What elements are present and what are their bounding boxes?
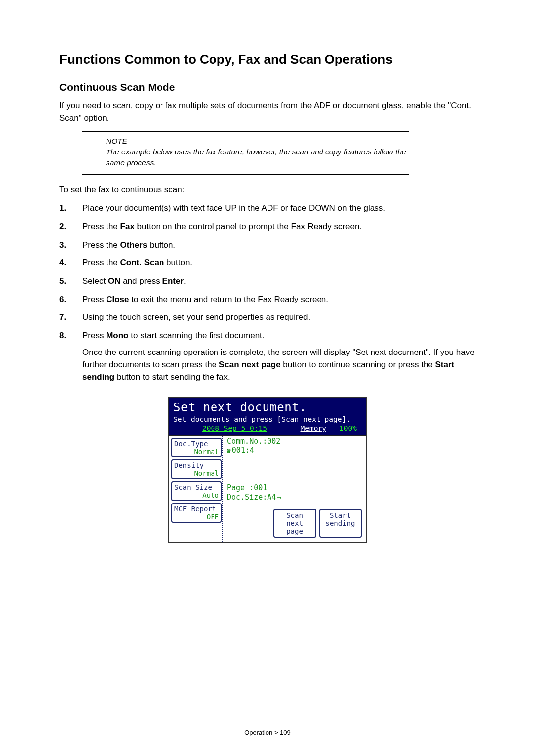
step-followup: Once the current scanning operation is c… (82, 347, 476, 383)
lcd-title: Set next document. (173, 400, 362, 415)
step-text: Press (82, 331, 106, 340)
step-bold: Cont. Scan (120, 258, 164, 267)
step-text: Using the touch screen, set your send pr… (82, 312, 310, 322)
lcd-side-buttons: Doc.Type Normal Density Normal Scan Size… (169, 436, 223, 542)
step-text: to start scanning the first document. (129, 331, 265, 340)
step-text: Place your document(s) with text face UP… (82, 203, 385, 213)
step-3: Press the Others button. (59, 239, 476, 252)
lcd-memory-label: Memory (300, 424, 326, 432)
note-block: NOTE The example below uses the fax feat… (82, 131, 409, 174)
step-bold: Fax (120, 222, 135, 231)
lcd-btn-value: OFF (174, 513, 219, 521)
step-text: Press (82, 295, 106, 304)
lcd-action-scan-next-page[interactable]: Scan next page (273, 509, 316, 538)
step-5: Select ON and press Enter. (59, 275, 476, 288)
step-bold: Mono (106, 331, 128, 340)
lcd-btn-scansize[interactable]: Scan Size Auto (171, 481, 222, 501)
step-text: Press the (82, 240, 120, 250)
lcd-datetime: 2008 Sep 5 0:15 (202, 424, 267, 433)
step-6: Press Close to exit the menu and return … (59, 294, 476, 306)
lcd-subtitle: Set documents and press [Scan next page]… (173, 415, 362, 424)
lcd-btn-mcfreport[interactable]: MCF Report OFF (171, 503, 222, 523)
subsection-title: Continuous Scan Mode (59, 81, 476, 93)
intro-paragraph: If you need to scan, copy or fax multipl… (59, 100, 476, 124)
lcd-docsize: Doc.Size:A4 (227, 493, 362, 502)
step-8: Press Mono to start scanning the first d… (59, 330, 476, 384)
lcd-btn-label: Scan Size (174, 483, 219, 491)
phone-icon (227, 446, 232, 454)
lcd-btn-label: MCF Report (174, 505, 219, 513)
step-bold: Others (120, 240, 148, 250)
step-text: Press the (82, 222, 120, 231)
lcd-btn-value: Normal (174, 469, 219, 477)
step-text: to exit the menu and return to the Fax R… (129, 295, 328, 304)
step-text: . (184, 276, 186, 286)
step-bold: Close (106, 295, 129, 304)
lead-in-text: To set the fax to continuous scan: (59, 184, 476, 196)
lcd-btn-label: Doc.Type (174, 440, 219, 448)
lcd-btn-label: Density (174, 461, 219, 469)
lcd-action-line1: Scan (278, 511, 311, 519)
step-text: Press the (82, 258, 120, 267)
lcd-btn-value: Normal (174, 448, 219, 455)
lcd-btn-doctype[interactable]: Doc.Type Normal (171, 438, 222, 457)
step-text: button to start sending the fax. (114, 372, 230, 382)
lcd-action-line2: sending (324, 519, 357, 527)
step-2: Press the Fax button on the control pane… (59, 221, 476, 233)
lcd-screenshot: Set next document. Set documents and pre… (168, 397, 367, 543)
note-text: The example below uses the fax feature, … (106, 147, 409, 168)
steps-list: Place your document(s) with text face UP… (59, 202, 476, 383)
lcd-action-line1: Start (324, 511, 357, 519)
note-label: NOTE (106, 137, 409, 146)
step-text: button on the control panel to prompt th… (135, 222, 362, 231)
step-bold: Enter (162, 276, 184, 286)
lcd-page: Page :001 (227, 483, 362, 493)
step-text: button. (147, 240, 175, 250)
lcd-action-start-sending[interactable]: Start sending (319, 509, 362, 538)
lcd-dialed: 001:4 (227, 446, 362, 455)
lcd-comm-no: Comm.No.:002 (227, 437, 362, 446)
lcd-btn-density[interactable]: Density Normal (171, 459, 222, 479)
step-1: Place your document(s) with text face UP… (59, 202, 476, 215)
step-bold: ON (108, 276, 121, 286)
lcd-action-line2: next page (278, 519, 311, 535)
lcd-btn-value: Auto (174, 491, 219, 499)
step-7: Using the touch screen, set your send pr… (59, 311, 476, 324)
step-text: button to continue scanning or press the (281, 360, 435, 369)
page-footer: Operation > 109 (0, 729, 535, 736)
step-text: and press (120, 276, 162, 286)
step-bold: Scan next page (219, 360, 281, 369)
page-icon (276, 493, 281, 502)
step-4: Press the Cont. Scan button. (59, 257, 476, 269)
lcd-memory-value: 100% (331, 424, 357, 432)
section-title: Functions Common to Copy, Fax and Scan O… (59, 52, 476, 67)
step-text: button. (164, 258, 192, 267)
step-text: Select (82, 276, 108, 286)
